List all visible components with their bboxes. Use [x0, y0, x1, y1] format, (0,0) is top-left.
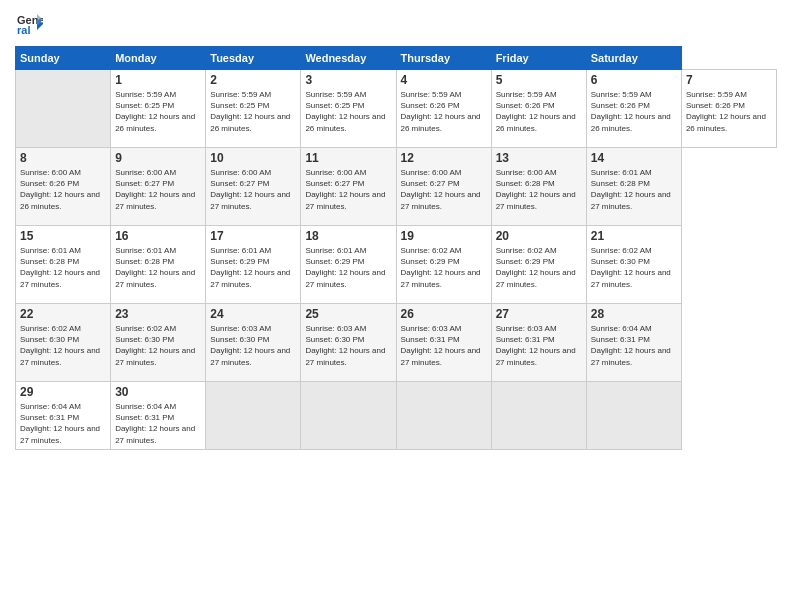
calendar-cell: 14 Sunrise: 6:01 AMSunset: 6:28 PMDaylig… [586, 148, 681, 226]
calendar-cell: 12 Sunrise: 6:00 AMSunset: 6:27 PMDaylig… [396, 148, 491, 226]
calendar-cell: 4 Sunrise: 5:59 AMSunset: 6:26 PMDayligh… [396, 70, 491, 148]
calendar-week-row: 29 Sunrise: 6:04 AMSunset: 6:31 PMDaylig… [16, 382, 777, 450]
day-info: Sunrise: 6:02 AMSunset: 6:30 PMDaylight:… [115, 323, 201, 368]
calendar-cell: 26 Sunrise: 6:03 AMSunset: 6:31 PMDaylig… [396, 304, 491, 382]
day-info: Sunrise: 6:00 AMSunset: 6:26 PMDaylight:… [20, 167, 106, 212]
header: Gene ral [15, 10, 777, 38]
day-number: 12 [401, 151, 487, 165]
calendar-cell: 29 Sunrise: 6:04 AMSunset: 6:31 PMDaylig… [16, 382, 111, 450]
day-number: 1 [115, 73, 201, 87]
calendar-cell: 28 Sunrise: 6:04 AMSunset: 6:31 PMDaylig… [586, 304, 681, 382]
calendar-header-row: Sunday Monday Tuesday Wednesday Thursday… [16, 47, 777, 70]
day-number: 16 [115, 229, 201, 243]
day-number: 10 [210, 151, 296, 165]
day-number: 6 [591, 73, 677, 87]
calendar-cell [206, 382, 301, 450]
calendar-week-row: 22 Sunrise: 6:02 AMSunset: 6:30 PMDaylig… [16, 304, 777, 382]
day-number: 29 [20, 385, 106, 399]
calendar-cell: 18 Sunrise: 6:01 AMSunset: 6:29 PMDaylig… [301, 226, 396, 304]
day-info: Sunrise: 6:00 AMSunset: 6:27 PMDaylight:… [115, 167, 201, 212]
day-info: Sunrise: 6:03 AMSunset: 6:31 PMDaylight:… [496, 323, 582, 368]
day-number: 26 [401, 307, 487, 321]
calendar-cell: 30 Sunrise: 6:04 AMSunset: 6:31 PMDaylig… [111, 382, 206, 450]
calendar-cell: 7 Sunrise: 5:59 AMSunset: 6:26 PMDayligh… [681, 70, 776, 148]
day-number: 17 [210, 229, 296, 243]
calendar-cell: 9 Sunrise: 6:00 AMSunset: 6:27 PMDayligh… [111, 148, 206, 226]
calendar-week-row: 8 Sunrise: 6:00 AMSunset: 6:26 PMDayligh… [16, 148, 777, 226]
col-friday: Friday [491, 47, 586, 70]
day-number: 4 [401, 73, 487, 87]
logo: Gene ral [15, 10, 47, 38]
col-sunday: Sunday [16, 47, 111, 70]
day-info: Sunrise: 6:03 AMSunset: 6:30 PMDaylight:… [210, 323, 296, 368]
calendar-cell: 5 Sunrise: 5:59 AMSunset: 6:26 PMDayligh… [491, 70, 586, 148]
calendar-cell: 23 Sunrise: 6:02 AMSunset: 6:30 PMDaylig… [111, 304, 206, 382]
day-number: 13 [496, 151, 582, 165]
day-number: 8 [20, 151, 106, 165]
day-info: Sunrise: 6:00 AMSunset: 6:27 PMDaylight:… [305, 167, 391, 212]
col-thursday: Thursday [396, 47, 491, 70]
logo-icon: Gene ral [15, 10, 43, 38]
calendar-cell [586, 382, 681, 450]
calendar-cell: 13 Sunrise: 6:00 AMSunset: 6:28 PMDaylig… [491, 148, 586, 226]
day-info: Sunrise: 5:59 AMSunset: 6:25 PMDaylight:… [305, 89, 391, 134]
calendar-cell [396, 382, 491, 450]
day-number: 9 [115, 151, 201, 165]
day-number: 24 [210, 307, 296, 321]
calendar-cell: 2 Sunrise: 5:59 AMSunset: 6:25 PMDayligh… [206, 70, 301, 148]
col-monday: Monday [111, 47, 206, 70]
day-number: 30 [115, 385, 201, 399]
calendar-cell: 10 Sunrise: 6:00 AMSunset: 6:27 PMDaylig… [206, 148, 301, 226]
day-info: Sunrise: 5:59 AMSunset: 6:26 PMDaylight:… [686, 89, 772, 134]
page: Gene ral Sunday Monday Tuesday Wednesday… [0, 0, 792, 612]
day-number: 22 [20, 307, 106, 321]
day-info: Sunrise: 6:02 AMSunset: 6:30 PMDaylight:… [591, 245, 677, 290]
col-tuesday: Tuesday [206, 47, 301, 70]
day-number: 18 [305, 229, 391, 243]
day-info: Sunrise: 6:01 AMSunset: 6:28 PMDaylight:… [20, 245, 106, 290]
day-info: Sunrise: 6:03 AMSunset: 6:30 PMDaylight:… [305, 323, 391, 368]
calendar-cell: 15 Sunrise: 6:01 AMSunset: 6:28 PMDaylig… [16, 226, 111, 304]
day-info: Sunrise: 6:01 AMSunset: 6:28 PMDaylight:… [591, 167, 677, 212]
day-number: 23 [115, 307, 201, 321]
day-info: Sunrise: 6:03 AMSunset: 6:31 PMDaylight:… [401, 323, 487, 368]
calendar-cell: 6 Sunrise: 5:59 AMSunset: 6:26 PMDayligh… [586, 70, 681, 148]
day-info: Sunrise: 5:59 AMSunset: 6:25 PMDaylight:… [210, 89, 296, 134]
day-info: Sunrise: 6:04 AMSunset: 6:31 PMDaylight:… [591, 323, 677, 368]
day-info: Sunrise: 6:02 AMSunset: 6:29 PMDaylight:… [496, 245, 582, 290]
calendar-cell: 22 Sunrise: 6:02 AMSunset: 6:30 PMDaylig… [16, 304, 111, 382]
calendar-cell: 8 Sunrise: 6:00 AMSunset: 6:26 PMDayligh… [16, 148, 111, 226]
day-number: 19 [401, 229, 487, 243]
calendar-cell: 21 Sunrise: 6:02 AMSunset: 6:30 PMDaylig… [586, 226, 681, 304]
day-number: 14 [591, 151, 677, 165]
day-number: 25 [305, 307, 391, 321]
calendar-cell: 24 Sunrise: 6:03 AMSunset: 6:30 PMDaylig… [206, 304, 301, 382]
calendar-cell: 1 Sunrise: 5:59 AMSunset: 6:25 PMDayligh… [111, 70, 206, 148]
calendar-cell: 11 Sunrise: 6:00 AMSunset: 6:27 PMDaylig… [301, 148, 396, 226]
day-info: Sunrise: 5:59 AMSunset: 6:26 PMDaylight:… [496, 89, 582, 134]
day-number: 28 [591, 307, 677, 321]
day-info: Sunrise: 6:01 AMSunset: 6:28 PMDaylight:… [115, 245, 201, 290]
day-info: Sunrise: 6:02 AMSunset: 6:30 PMDaylight:… [20, 323, 106, 368]
day-number: 5 [496, 73, 582, 87]
calendar-cell: 19 Sunrise: 6:02 AMSunset: 6:29 PMDaylig… [396, 226, 491, 304]
calendar-week-row: 1 Sunrise: 5:59 AMSunset: 6:25 PMDayligh… [16, 70, 777, 148]
col-wednesday: Wednesday [301, 47, 396, 70]
svg-text:ral: ral [17, 24, 30, 36]
day-info: Sunrise: 5:59 AMSunset: 6:26 PMDaylight:… [591, 89, 677, 134]
day-number: 15 [20, 229, 106, 243]
day-info: Sunrise: 6:04 AMSunset: 6:31 PMDaylight:… [20, 401, 106, 446]
day-info: Sunrise: 5:59 AMSunset: 6:25 PMDaylight:… [115, 89, 201, 134]
calendar-cell: 25 Sunrise: 6:03 AMSunset: 6:30 PMDaylig… [301, 304, 396, 382]
calendar-cell [16, 70, 111, 148]
day-info: Sunrise: 6:00 AMSunset: 6:27 PMDaylight:… [401, 167, 487, 212]
day-number: 11 [305, 151, 391, 165]
day-number: 3 [305, 73, 391, 87]
day-info: Sunrise: 6:01 AMSunset: 6:29 PMDaylight:… [305, 245, 391, 290]
day-info: Sunrise: 6:04 AMSunset: 6:31 PMDaylight:… [115, 401, 201, 446]
calendar-cell [301, 382, 396, 450]
day-number: 20 [496, 229, 582, 243]
calendar-cell: 16 Sunrise: 6:01 AMSunset: 6:28 PMDaylig… [111, 226, 206, 304]
day-number: 27 [496, 307, 582, 321]
calendar-cell [491, 382, 586, 450]
